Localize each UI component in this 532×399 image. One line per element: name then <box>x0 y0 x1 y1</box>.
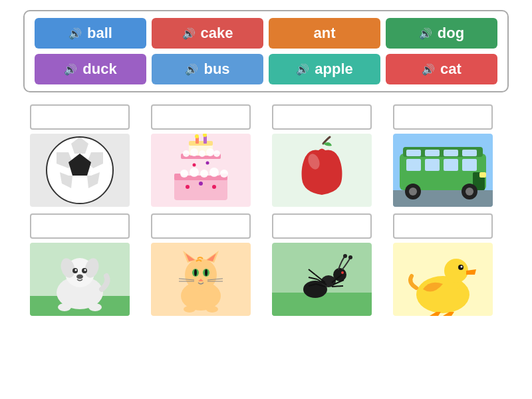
match-col-cat <box>144 213 257 316</box>
cat-svg <box>151 243 251 316</box>
match-col-duck <box>386 213 499 316</box>
image-ball <box>30 134 130 207</box>
svg-point-73 <box>194 269 197 276</box>
word-btn-dog[interactable]: 🔊 dog <box>386 18 497 49</box>
word-btn-cat[interactable]: 🔊 cat <box>386 54 497 84</box>
drop-box-bus[interactable] <box>393 104 493 130</box>
word-label-ant: ant <box>314 25 336 42</box>
svg-rect-39 <box>444 150 458 156</box>
match-col-dog <box>23 213 136 316</box>
bus-svg <box>393 134 493 207</box>
svg-point-47 <box>409 188 417 196</box>
svg-point-16 <box>209 168 219 177</box>
soccer-ball-svg <box>43 134 116 207</box>
image-dog <box>30 243 130 316</box>
word-btn-bus[interactable]: 🔊 bus <box>152 54 263 84</box>
drop-box-ball[interactable] <box>30 104 130 130</box>
svg-point-24 <box>195 134 199 138</box>
word-label-apple: apple <box>315 61 352 78</box>
svg-rect-41 <box>406 159 421 171</box>
svg-point-14 <box>190 168 199 177</box>
ant-svg <box>272 243 372 316</box>
svg-point-49 <box>466 188 473 196</box>
svg-point-87 <box>348 255 352 259</box>
image-cake <box>151 134 251 207</box>
svg-rect-12 <box>189 141 213 146</box>
svg-rect-44 <box>462 159 477 171</box>
cake-svg <box>168 134 234 207</box>
svg-point-104 <box>461 266 463 268</box>
speaker-icon-bus: 🔊 <box>185 63 198 76</box>
svg-point-13 <box>180 170 188 178</box>
svg-point-98 <box>341 271 344 274</box>
svg-point-22 <box>213 150 220 157</box>
svg-point-62 <box>58 303 71 311</box>
speaker-icon-cat: 🔊 <box>422 63 435 76</box>
match-col-apple <box>265 104 378 207</box>
svg-rect-38 <box>425 150 440 156</box>
word-btn-cake[interactable]: 🔊 cake <box>152 18 263 49</box>
speaker-icon-dog: 🔊 <box>419 27 432 40</box>
match-col-bus <box>386 104 499 207</box>
word-label-dog: dog <box>438 25 464 42</box>
word-btn-ball[interactable]: 🔊 ball <box>35 18 146 49</box>
svg-point-30 <box>193 164 196 167</box>
speaker-icon-duck: 🔊 <box>64 63 77 76</box>
svg-rect-42 <box>425 159 440 171</box>
match-col-ant <box>265 213 378 316</box>
svg-point-29 <box>212 185 216 189</box>
svg-rect-43 <box>444 159 458 171</box>
speaker-icon-ball: 🔊 <box>68 27 82 40</box>
svg-point-17 <box>220 170 228 178</box>
word-label-cake: cake <box>201 25 233 42</box>
apple-svg <box>289 134 355 207</box>
word-label-bus: bus <box>203 61 229 78</box>
svg-point-20 <box>199 150 205 157</box>
svg-point-80 <box>184 306 196 313</box>
svg-point-21 <box>206 148 214 156</box>
word-btn-ant[interactable]: ant <box>269 18 380 49</box>
word-label-duck: duck <box>82 61 116 78</box>
word-btn-apple[interactable]: 🔊 apple <box>269 54 380 84</box>
word-label-ball: ball <box>87 25 112 42</box>
drop-box-dog[interactable] <box>30 213 130 239</box>
svg-rect-40 <box>462 150 477 156</box>
svg-point-59 <box>75 269 77 271</box>
drop-box-cake[interactable] <box>151 104 251 130</box>
match-col-cake <box>144 104 257 207</box>
duck-svg <box>393 243 493 316</box>
svg-point-74 <box>205 269 207 276</box>
speaker-icon-apple: 🔊 <box>296 63 309 76</box>
svg-point-66 <box>185 259 217 291</box>
svg-point-19 <box>190 148 198 156</box>
svg-point-81 <box>206 306 218 313</box>
drop-box-apple[interactable] <box>272 104 372 130</box>
svg-point-18 <box>183 150 190 157</box>
word-btn-duck[interactable]: 🔊 duck <box>35 54 146 84</box>
image-apple <box>272 134 372 207</box>
word-label-cat: cat <box>440 61 462 78</box>
match-col-ball <box>23 104 136 207</box>
svg-point-28 <box>199 182 203 186</box>
svg-point-100 <box>416 276 469 313</box>
svg-line-97 <box>332 286 343 287</box>
svg-rect-50 <box>479 172 486 178</box>
svg-rect-7 <box>174 177 227 200</box>
svg-point-63 <box>88 303 102 311</box>
drop-box-cat[interactable] <box>151 213 251 239</box>
image-cat <box>151 243 251 316</box>
svg-point-15 <box>200 170 208 178</box>
word-buttons-panel: 🔊 ball 🔊 cake ant 🔊 dog 🔊 duck 🔊 bus 🔊 a… <box>23 10 509 92</box>
image-duck <box>393 243 493 316</box>
drop-box-ant[interactable] <box>272 213 372 239</box>
speaker-icon-cake: 🔊 <box>182 27 196 40</box>
svg-point-31 <box>206 162 209 165</box>
image-ant <box>272 243 372 316</box>
svg-point-60 <box>84 269 86 271</box>
drop-box-duck[interactable] <box>393 213 493 239</box>
svg-point-61 <box>76 275 83 279</box>
svg-rect-37 <box>406 150 421 156</box>
image-bus <box>393 134 493 207</box>
puppy-svg <box>30 243 130 316</box>
svg-point-102 <box>444 259 468 283</box>
